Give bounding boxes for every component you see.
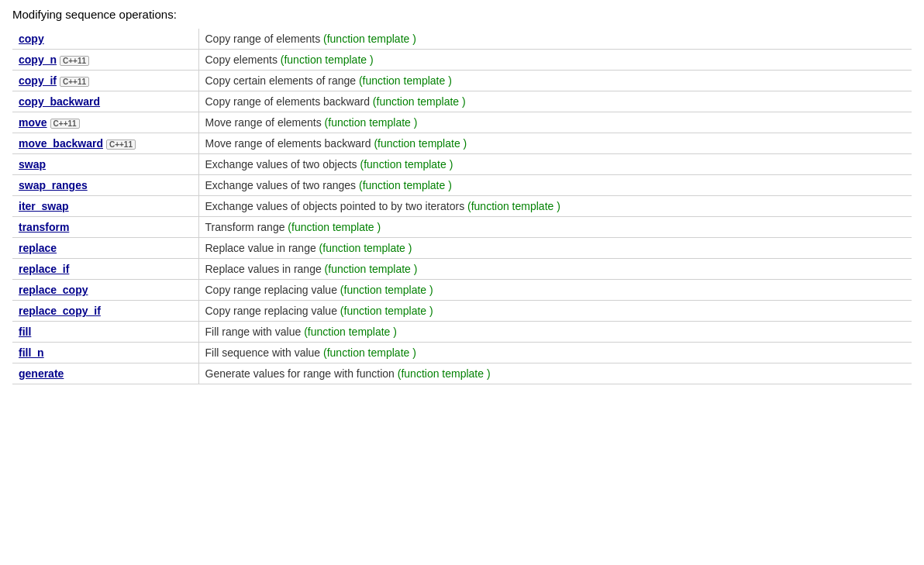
cpp-badge: C++11 bbox=[50, 119, 80, 129]
function-link[interactable]: fill bbox=[19, 326, 31, 338]
template-label: (function template ) bbox=[374, 137, 467, 150]
function-description-cell: Move range of elements backward (functio… bbox=[198, 133, 912, 154]
description-text: Exchange values of two objects bbox=[205, 158, 360, 171]
function-link[interactable]: transform bbox=[19, 221, 69, 233]
cpp-badge: C++11 bbox=[106, 140, 136, 150]
function-link[interactable]: copy bbox=[19, 33, 44, 45]
table-row: swapExchange values of two objects (func… bbox=[12, 154, 912, 175]
function-description-cell: Copy range replacing value (function tem… bbox=[198, 301, 912, 322]
template-label: (function template ) bbox=[319, 242, 412, 254]
function-name-cell: copy_ifC++11 bbox=[12, 71, 198, 91]
table-row: iter_swapExchange values of objects poin… bbox=[12, 196, 912, 217]
table-row: move_backwardC++11Move range of elements… bbox=[12, 133, 912, 154]
function-name-cell: copy_backward bbox=[12, 91, 198, 112]
table-row: moveC++11Move range of elements (functio… bbox=[12, 112, 912, 133]
function-name-cell: moveC++11 bbox=[12, 112, 198, 133]
function-name-cell: fill bbox=[12, 322, 198, 343]
description-text: Copy range of elements bbox=[205, 33, 324, 45]
function-name-cell: swap bbox=[12, 154, 198, 175]
table-row: copy_ifC++11Copy certain elements of ran… bbox=[12, 71, 912, 91]
description-text: Copy elements bbox=[205, 53, 281, 66]
template-label: (function template ) bbox=[340, 284, 433, 296]
section-heading: Modifying sequence operations: bbox=[12, 8, 912, 21]
description-text: Move range of elements backward bbox=[205, 137, 374, 150]
function-name-cell: replace_if bbox=[12, 259, 198, 280]
table-row: transformTransform range (function templ… bbox=[12, 217, 912, 238]
template-label: (function template ) bbox=[340, 305, 433, 317]
function-description-cell: Generate values for range with function … bbox=[198, 363, 912, 384]
description-text: Fill range with value bbox=[205, 326, 305, 338]
description-text: Copy certain elements of range bbox=[205, 74, 359, 87]
function-link[interactable]: move bbox=[19, 116, 47, 129]
description-text: Replace value in range bbox=[205, 242, 319, 254]
function-link[interactable]: swap bbox=[19, 158, 46, 171]
function-name-cell: replace_copy bbox=[12, 280, 198, 301]
table-row: fill_nFill sequence with value (function… bbox=[12, 343, 912, 363]
template-label: (function template ) bbox=[288, 221, 381, 233]
function-name-cell: iter_swap bbox=[12, 196, 198, 217]
template-label: (function template ) bbox=[323, 33, 416, 45]
function-link[interactable]: fill_n bbox=[19, 346, 44, 359]
function-link[interactable]: move_backward bbox=[19, 137, 103, 150]
function-description-cell: Replace values in range (function templa… bbox=[198, 259, 912, 280]
description-text: Copy range replacing value bbox=[205, 305, 340, 317]
function-description-cell: Copy range of elements backward (functio… bbox=[198, 91, 912, 112]
function-link[interactable]: swap_ranges bbox=[19, 179, 88, 191]
template-label: (function template ) bbox=[304, 326, 397, 338]
function-link[interactable]: copy_backward bbox=[19, 95, 100, 108]
function-name-cell: replace bbox=[12, 238, 198, 259]
function-description-cell: Fill range with value (function template… bbox=[198, 322, 912, 343]
function-description-cell: Move range of elements (function templat… bbox=[198, 112, 912, 133]
template-label: (function template ) bbox=[373, 95, 466, 108]
description-text: Copy range replacing value bbox=[205, 284, 340, 296]
template-label: (function template ) bbox=[467, 200, 560, 212]
description-text: Replace values in range bbox=[205, 263, 325, 275]
function-description-cell: Fill sequence with value (function templ… bbox=[198, 343, 912, 363]
function-link[interactable]: replace_copy_if bbox=[19, 305, 101, 317]
functions-table: copyCopy range of elements (function tem… bbox=[12, 29, 912, 384]
template-label: (function template ) bbox=[325, 116, 418, 129]
function-link[interactable]: replace_copy bbox=[19, 284, 88, 296]
description-text: Exchange values of objects pointed to by… bbox=[205, 200, 468, 212]
function-name-cell: fill_n bbox=[12, 343, 198, 363]
table-row: replace_ifReplace values in range (funct… bbox=[12, 259, 912, 280]
template-label: (function template ) bbox=[323, 346, 416, 359]
function-name-cell: generate bbox=[12, 363, 198, 384]
function-description-cell: Exchange values of two ranges (function … bbox=[198, 175, 912, 196]
function-name-cell: move_backwardC++11 bbox=[12, 133, 198, 154]
template-label: (function template ) bbox=[325, 263, 418, 275]
template-label: (function template ) bbox=[359, 179, 452, 191]
function-description-cell: Replace value in range (function templat… bbox=[198, 238, 912, 259]
cpp-badge: C++11 bbox=[60, 56, 89, 66]
function-description-cell: Copy range of elements (function templat… bbox=[198, 29, 912, 50]
function-link[interactable]: replace_if bbox=[19, 263, 69, 275]
template-label: (function template ) bbox=[281, 53, 374, 66]
function-description-cell: Copy range replacing value (function tem… bbox=[198, 280, 912, 301]
function-link[interactable]: copy_if bbox=[19, 74, 57, 87]
table-row: fillFill range with value (function temp… bbox=[12, 322, 912, 343]
function-link[interactable]: generate bbox=[19, 367, 64, 380]
function-name-cell: copy_nC++11 bbox=[12, 50, 198, 71]
function-name-cell: transform bbox=[12, 217, 198, 238]
table-row: generateGenerate values for range with f… bbox=[12, 363, 912, 384]
description-text: Generate values for range with function bbox=[205, 367, 398, 380]
function-link[interactable]: iter_swap bbox=[19, 200, 69, 212]
description-text: Exchange values of two ranges bbox=[205, 179, 359, 191]
function-link[interactable]: replace bbox=[19, 242, 57, 254]
description-text: Transform range bbox=[205, 221, 288, 233]
function-description-cell: Exchange values of objects pointed to by… bbox=[198, 196, 912, 217]
function-name-cell: copy bbox=[12, 29, 198, 50]
function-name-cell: replace_copy_if bbox=[12, 301, 198, 322]
description-text: Fill sequence with value bbox=[205, 346, 324, 359]
template-label: (function template ) bbox=[359, 74, 452, 87]
heading-text: Modifying sequence operations bbox=[12, 8, 174, 21]
table-row: copy_nC++11Copy elements (function templ… bbox=[12, 50, 912, 71]
table-row: copyCopy range of elements (function tem… bbox=[12, 29, 912, 50]
function-description-cell: Exchange values of two objects (function… bbox=[198, 154, 912, 175]
function-link[interactable]: copy_n bbox=[19, 53, 57, 66]
cpp-badge: C++11 bbox=[60, 77, 89, 87]
description-text: Move range of elements bbox=[205, 116, 325, 129]
description-text: Copy range of elements backward bbox=[205, 95, 373, 108]
table-row: replaceReplace value in range (function … bbox=[12, 238, 912, 259]
function-description-cell: Copy elements (function template ) bbox=[198, 50, 912, 71]
